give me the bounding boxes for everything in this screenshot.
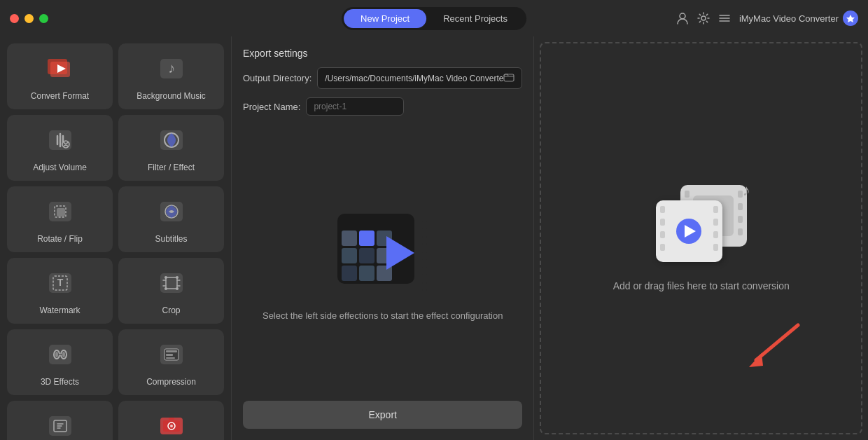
rotate-flip-icon	[43, 195, 77, 228]
3d-effects-icon	[43, 338, 77, 371]
sidebar-item-crop[interactable]: Crop	[118, 258, 224, 324]
music-note-decoration: ♪	[743, 181, 750, 200]
3d-effects-label: 3D Effects	[41, 377, 79, 387]
adjust-volume-label: Adjust Volume	[33, 163, 87, 172]
svg-point-24	[164, 276, 167, 279]
video-icon-stack: ♪	[656, 185, 747, 262]
export-button[interactable]: Export	[243, 401, 522, 429]
video-card-front	[656, 200, 722, 262]
folder-browse-icon[interactable]	[503, 71, 514, 85]
sidebar-item-id3[interactable]: ID3	[7, 401, 113, 440]
effect-illustration	[323, 200, 442, 298]
menu-icon[interactable]	[718, 12, 731, 25]
play-button-overlay	[386, 236, 414, 270]
output-dir-path[interactable]: /Users/mac/Documents/iMyMac Video Conver…	[317, 67, 522, 89]
compression-label: Compression	[146, 377, 196, 387]
svg-point-25	[176, 276, 178, 279]
svg-text:T: T	[57, 277, 63, 288]
svg-rect-38	[166, 357, 175, 359]
adjust-volume-icon	[43, 123, 77, 157]
rotate-flip-label: Rotate / Flip	[37, 234, 83, 244]
main-content: Convert Format ♪ Background Music	[0, 36, 868, 440]
watermark-label: Watermark	[39, 305, 80, 315]
arrow-indicator	[742, 311, 805, 377]
sidebar-item-subtitles[interactable]: Subtitles	[118, 186, 224, 252]
svg-rect-46	[504, 74, 514, 81]
sidebar-item-rotate-flip[interactable]: Rotate / Flip	[7, 186, 113, 252]
svg-point-27	[176, 287, 178, 290]
sidebar-item-watermark[interactable]: T Watermark	[7, 258, 113, 324]
project-name-row: Project Name:	[243, 97, 522, 116]
svg-marker-48	[749, 353, 763, 367]
sidebar: Convert Format ♪ Background Music	[0, 36, 231, 440]
background-music-label: Background Music	[136, 91, 206, 101]
project-name-input[interactable]	[306, 97, 404, 116]
svg-point-44	[170, 425, 173, 427]
sidebar-item-adjust-volume[interactable]: Adjust Volume	[7, 115, 113, 181]
drop-zone-text: Add or drag files here to start conversi…	[613, 280, 790, 291]
app-name-text: iMyMac Video Converter	[739, 13, 839, 24]
minimize-button[interactable]	[24, 14, 34, 23]
svg-rect-37	[166, 354, 173, 356]
film-perforations	[422, 221, 427, 291]
filter-effect-icon	[155, 123, 188, 157]
svg-rect-33	[59, 354, 62, 355]
convert-format-icon	[43, 52, 77, 85]
export-settings-title: Export settings	[243, 48, 522, 59]
play-btn	[676, 219, 701, 244]
grid-cells	[342, 231, 392, 281]
svg-rect-45	[169, 418, 174, 420]
svg-point-26	[164, 287, 167, 290]
svg-line-47	[756, 325, 798, 360]
crop-icon	[155, 266, 188, 300]
titlebar-right: iMyMac Video Converter	[676, 11, 858, 26]
tab-recent-projects[interactable]: Recent Projects	[426, 9, 524, 28]
tab-new-project[interactable]: New Project	[344, 9, 426, 28]
svg-point-1	[701, 16, 706, 20]
background-music-icon: ♪	[155, 52, 188, 85]
app-name: iMyMac Video Converter	[739, 11, 858, 26]
subtitles-label: Subtitles	[155, 234, 187, 244]
svg-rect-36	[166, 350, 177, 352]
convert-format-label: Convert Format	[31, 91, 89, 101]
output-dir-row: Output Directory: /Users/mac/Documents/i…	[243, 67, 522, 89]
screenshot-icon	[155, 409, 188, 440]
subtitles-icon	[155, 195, 188, 228]
close-button[interactable]	[10, 14, 19, 23]
effect-preview: Select the left side effections to start…	[243, 127, 522, 395]
watermark-icon: T	[43, 266, 77, 300]
filter-effect-label: Filter / Effect	[148, 163, 195, 172]
svg-point-0	[680, 13, 685, 19]
effect-text: Select the left side effections to start…	[262, 309, 503, 323]
sidebar-item-screenshot[interactable]: Screenshot	[118, 401, 224, 440]
right-panel-dropzone[interactable]: ♪ Add or drag files here to start conver…	[540, 42, 862, 434]
drop-zone: ♪ Add or drag files here to start conver…	[613, 185, 790, 291]
maximize-button[interactable]	[39, 14, 48, 23]
sidebar-item-3d-effects[interactable]: 3D Effects	[7, 329, 113, 395]
output-dir-path-text: /Users/mac/Documents/iMyMac Video Conver…	[325, 74, 503, 83]
svg-text:♪: ♪	[168, 60, 175, 76]
svg-point-32	[62, 352, 65, 357]
export-btn-row: Export	[243, 401, 522, 429]
svg-point-30	[55, 352, 58, 357]
svg-rect-16	[57, 208, 65, 216]
traffic-lights	[10, 14, 48, 23]
project-name-label: Project Name:	[243, 102, 300, 112]
settings-icon[interactable]	[697, 12, 710, 25]
id3-icon	[43, 409, 77, 440]
effect-description: Select the left side effections to start…	[262, 310, 503, 321]
compression-icon	[155, 338, 188, 371]
titlebar: New Project Recent Projects iMyMac Video…	[0, 0, 868, 36]
sidebar-item-compression[interactable]: Compression	[118, 329, 224, 395]
app-icon	[843, 11, 858, 26]
crop-label: Crop	[162, 305, 180, 315]
svg-rect-22	[160, 273, 183, 293]
sidebar-item-filter-effect[interactable]: Filter / Effect	[118, 115, 224, 181]
sidebar-item-background-music[interactable]: ♪ Background Music	[118, 43, 224, 109]
sidebar-item-convert-format[interactable]: Convert Format	[7, 43, 113, 109]
output-dir-label: Output Directory:	[243, 73, 312, 83]
tab-group: New Project Recent Projects	[342, 7, 526, 30]
account-icon[interactable]	[676, 12, 689, 25]
center-panel: Export settings Output Directory: /Users…	[231, 36, 534, 440]
